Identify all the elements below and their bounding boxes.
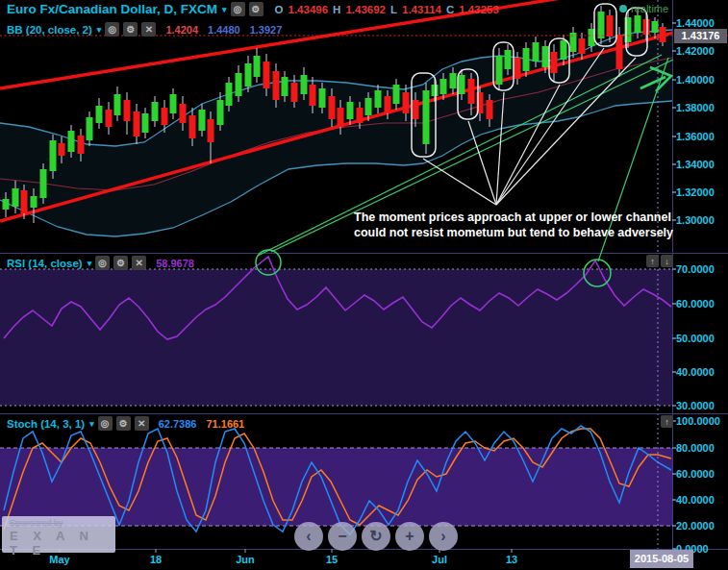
- price-axis-label: 1.32000: [676, 186, 715, 198]
- ohlc-key: C: [446, 4, 454, 15]
- candle: [533, 42, 540, 62]
- zoom-in-button[interactable]: +: [395, 522, 424, 551]
- date-badge: 2015-08-05: [630, 550, 693, 568]
- ohlc-key: L: [390, 4, 397, 15]
- candle: [635, 15, 641, 33]
- last-price-badge: 1.43176: [674, 29, 727, 43]
- price-axis-label: 1.30000: [676, 214, 715, 226]
- time-axis-label: Jun: [236, 554, 255, 565]
- ohlc-value: 1.43496: [289, 4, 329, 15]
- candle: [393, 85, 400, 104]
- price-axis-label: 1.36000: [676, 131, 715, 142]
- candle: [162, 108, 168, 125]
- symbol-caret-icon[interactable]: ▾: [222, 5, 227, 14]
- price-axis-label: 1.44000: [676, 17, 715, 29]
- candle: [598, 12, 605, 38]
- candle: [643, 19, 650, 35]
- candle: [245, 63, 252, 87]
- candle: [254, 56, 261, 77]
- chart-annotation-text: The moment prices approach at upper or l…: [354, 210, 681, 240]
- candle: [365, 98, 372, 115]
- candle: [459, 75, 465, 94]
- pan-right-button[interactable]: ›: [429, 522, 458, 551]
- candle: [450, 73, 457, 88]
- reset-button[interactable]: ↻: [362, 522, 390, 551]
- candle: [291, 83, 298, 102]
- candle: [561, 40, 567, 60]
- candle: [523, 48, 530, 71]
- rsi-close-icon[interactable]: ✕: [132, 256, 146, 270]
- pan-left-button[interactable]: ‹: [294, 522, 323, 551]
- symbol-title: Euro Fx/Canadian Dollar, D, FXCM: [7, 2, 217, 16]
- time-axis-label: 15: [326, 554, 338, 565]
- rsi-eye-icon[interactable]: ◎: [95, 256, 110, 270]
- gear-icon[interactable]: ⚙: [249, 2, 264, 16]
- rsi-minimize-button[interactable]: ↓: [661, 255, 673, 267]
- stoch-header: Stoch (14, 3, 1) ▾ ◎ ⚙ ✕ 62.7386 71.1661: [7, 416, 244, 431]
- stoch-gear-icon[interactable]: ⚙: [116, 416, 131, 431]
- candle: [106, 110, 113, 127]
- candle: [468, 79, 475, 104]
- sponsor-brand: E X A N T E: [10, 529, 115, 558]
- candle: [542, 46, 549, 67]
- rsi-maximize-button[interactable]: ↑: [646, 255, 659, 267]
- candle: [319, 88, 326, 108]
- stoch-close-icon[interactable]: ✕: [135, 416, 149, 431]
- bb-caret-icon[interactable]: ▾: [97, 25, 102, 35]
- candle: [357, 108, 364, 123]
- rsi-caret-icon[interactable]: ▾: [88, 259, 92, 268]
- stoch-caret-icon[interactable]: ▾: [89, 419, 94, 429]
- realtime-status: realtime: [619, 3, 668, 14]
- candle: [607, 15, 614, 37]
- chart-canvas[interactable]: [0, 0, 728, 570]
- candle: [338, 108, 344, 127]
- candle: [68, 131, 75, 152]
- ohlc-value: 1.43253: [459, 4, 499, 15]
- candle: [3, 199, 10, 210]
- rsi-label: RSI (14, close): [7, 258, 83, 269]
- candle: [403, 92, 410, 113]
- price-axis-label: 1.34000: [676, 159, 715, 170]
- candle: [329, 96, 336, 119]
- rsi-header: RSI (14, close) ▾ ◎ ⚙ ✕ 58.9678: [7, 256, 194, 270]
- realtime-label: realtime: [631, 3, 668, 14]
- candle: [40, 169, 47, 198]
- candle: [13, 188, 19, 207]
- candle: [21, 190, 28, 213]
- bb-close-icon[interactable]: ✕: [141, 22, 156, 37]
- candle: [264, 62, 270, 88]
- stoch-axis-label: 100.0000: [676, 415, 720, 427]
- rsi-axis-label: 30.0000: [676, 400, 715, 411]
- candle: [50, 140, 57, 171]
- candle: [579, 38, 586, 54]
- stoch-maximize-button[interactable]: ↑: [661, 415, 673, 428]
- candle: [440, 79, 447, 94]
- candle: [152, 102, 159, 121]
- bb-gear-icon[interactable]: ⚙: [123, 22, 138, 37]
- rsi-gear-icon[interactable]: ⚙: [113, 256, 128, 270]
- eye-icon[interactable]: ◎: [231, 2, 245, 16]
- candle: [505, 50, 512, 69]
- candle: [226, 83, 233, 106]
- symbol-header: Euro Fx/Canadian Dollar, D, FXCM ▾ ◎ ⚙ O…: [7, 2, 499, 16]
- candle: [180, 104, 187, 123]
- sponsor-box[interactable]: Sponsored by E X A N T E: [2, 516, 115, 553]
- candle: [515, 58, 521, 79]
- zoom-out-button[interactable]: −: [328, 522, 357, 551]
- candle: [189, 115, 196, 138]
- ohlc-value: 1.43692: [345, 4, 386, 15]
- bb-upper-value: 1.4480: [208, 24, 240, 36]
- stoch-k-value: 62.7386: [159, 418, 197, 430]
- candle: [170, 94, 177, 113]
- candle: [375, 90, 382, 108]
- rsi-axis-label: 70.0000: [676, 263, 715, 275]
- candle: [301, 75, 308, 94]
- stoch-eye-icon[interactable]: ◎: [98, 416, 113, 431]
- bb-lower-value: 1.3927: [250, 24, 283, 36]
- candle: [413, 100, 419, 119]
- bb-eye-icon[interactable]: ◎: [105, 22, 119, 37]
- candle: [236, 73, 242, 96]
- candle: [142, 113, 149, 133]
- stoch-d-value: 71.1661: [206, 418, 244, 430]
- rsi-axis-label: 50.0000: [676, 333, 715, 344]
